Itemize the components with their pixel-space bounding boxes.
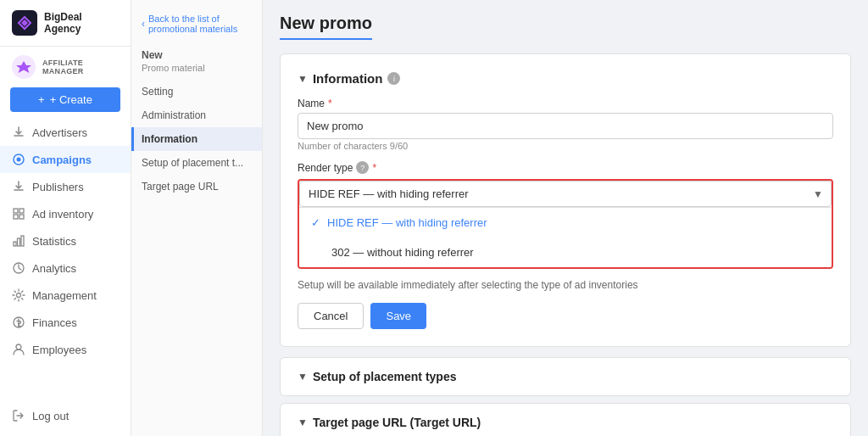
sub-nav-administration[interactable]: Administration	[131, 103, 262, 127]
bar-chart-icon	[12, 234, 25, 248]
render-type-label: Render type ? *	[298, 161, 833, 174]
dropdown-option-302[interactable]: 302 — without hiding referrer	[299, 238, 832, 267]
analytics-icon	[12, 261, 25, 275]
render-type-group: Render type ? * HIDE REF — with hiding r…	[298, 161, 833, 291]
logout-icon	[12, 409, 25, 422]
main-content: New promo ▼ Information i Name * Number …	[263, 0, 868, 436]
nav-label-advertisers: Advertisers	[32, 126, 87, 139]
cancel-button[interactable]: Cancel	[298, 303, 364, 329]
sidebar-item-finances[interactable]: Finances	[0, 309, 131, 336]
grid-icon	[12, 207, 25, 221]
affiliate-label: AFFILIATE MANAGER	[42, 59, 119, 75]
check-icon: ✓	[311, 216, 320, 229]
button-row: Cancel Save	[298, 303, 833, 329]
logout-label: Log out	[32, 410, 69, 422]
nav-label-ad-inventory: Ad inventory	[32, 208, 93, 221]
target-collapse-icon: ▼	[298, 416, 308, 428]
svg-rect-5	[19, 209, 24, 213]
sub-nav-setup-placement[interactable]: Setup of placement t...	[131, 151, 262, 175]
name-field-group: Name * Number of characters 9/60	[298, 98, 833, 151]
select-wrapper: HIDE REF — with hiding referrer 302 — wi…	[299, 181, 832, 207]
affiliate-icon	[12, 55, 36, 79]
svg-rect-9	[18, 238, 20, 246]
logo-name-line1: BigDeal	[44, 11, 82, 23]
logo-icon	[12, 10, 37, 36]
sidebar-item-statistics[interactable]: Statistics	[0, 227, 131, 254]
settings-icon	[12, 288, 25, 302]
sidebar-item-campaigns[interactable]: Campaigns	[0, 146, 131, 173]
sidebar-item-analytics[interactable]: Analytics	[0, 254, 131, 282]
svg-point-12	[17, 293, 21, 298]
breadcrumb-back[interactable]: ‹ Back to the list of promotional materi…	[131, 8, 262, 39]
name-label: Name *	[298, 98, 833, 109]
nav-label-statistics: Statistics	[32, 235, 76, 248]
render-type-helper: Setup will be available immediately afte…	[298, 279, 833, 291]
option-label-hide-ref: HIDE REF — with hiding referrer	[327, 216, 487, 229]
sub-nav-information[interactable]: Information	[131, 127, 262, 151]
sidebar-item-publishers[interactable]: Publishers	[0, 173, 131, 200]
breadcrumb-text: Back to the list of promotional material…	[148, 14, 252, 34]
render-type-select[interactable]: HIDE REF — with hiding referrer 302 — wi…	[299, 181, 832, 207]
placement-section-title: Setup of placement types	[313, 370, 457, 383]
nav-label-management: Management	[32, 289, 97, 302]
svg-rect-6	[14, 215, 18, 219]
nav-label-employees: Employees	[32, 344, 86, 356]
svg-rect-7	[19, 215, 24, 219]
nav-label-campaigns: Campaigns	[32, 154, 92, 166]
person-icon	[12, 343, 25, 356]
name-required: *	[328, 98, 332, 109]
page-title: New promo	[280, 14, 372, 40]
placement-collapse-icon: ▼	[298, 371, 308, 383]
dollar-icon	[12, 316, 25, 329]
char-count: Number of characters 9/60	[298, 141, 833, 151]
svg-rect-8	[14, 242, 16, 246]
collapse-icon: ▼	[298, 73, 308, 85]
render-type-help-icon[interactable]: ?	[356, 161, 369, 174]
nav-label-publishers: Publishers	[32, 181, 84, 193]
download-icon	[12, 126, 25, 139]
nav-label-finances: Finances	[32, 316, 77, 329]
save-button[interactable]: Save	[370, 303, 426, 329]
nav-label-analytics: Analytics	[32, 262, 76, 275]
secondary-section-sublabel: Promo material	[131, 63, 262, 80]
sidebar-item-employees[interactable]: Employees	[0, 336, 131, 363]
sidebar-item-ad-inventory[interactable]: Ad inventory	[0, 200, 131, 227]
secondary-panel: ‹ Back to the list of promotional materi…	[131, 0, 263, 436]
render-type-required: *	[372, 162, 376, 174]
create-button[interactable]: + + Create	[10, 87, 120, 112]
sub-nav-setting[interactable]: Setting	[131, 80, 262, 103]
dropdown-option-hide-ref[interactable]: ✓ HIDE REF — with hiding referrer	[299, 208, 832, 238]
placement-section[interactable]: ▼ Setup of placement types	[280, 357, 851, 396]
target-section-title: Target page URL (Target URL)	[313, 416, 481, 429]
campaigns-icon	[12, 153, 25, 166]
information-section-title: Information	[313, 71, 383, 86]
information-section-header[interactable]: ▼ Information i	[298, 71, 833, 86]
information-card: ▼ Information i Name * Number of charact…	[280, 53, 851, 347]
create-label: + Create	[50, 93, 92, 106]
logo-area: BigDeal Agency	[0, 0, 131, 47]
svg-point-14	[16, 344, 21, 349]
sidebar-item-advertisers[interactable]: Advertisers	[0, 119, 131, 146]
svg-rect-4	[14, 209, 18, 213]
sidebar: BigDeal Agency AFFILIATE MANAGER + + Cre…	[0, 0, 131, 436]
info-icon[interactable]: i	[387, 72, 400, 85]
back-arrow-icon: ‹	[142, 18, 145, 30]
dropdown-options: ✓ HIDE REF — with hiding referrer 302 — …	[299, 207, 832, 267]
secondary-section-label: New	[131, 39, 262, 63]
logout-item[interactable]: Log out	[0, 402, 131, 436]
render-type-dropdown-container: HIDE REF — with hiding referrer 302 — wi…	[298, 179, 833, 269]
svg-point-3	[17, 158, 21, 162]
create-plus-icon: +	[38, 93, 45, 106]
option-label-302: 302 — without hiding referrer	[331, 246, 474, 259]
publishers-icon	[12, 180, 25, 193]
target-url-section[interactable]: ▼ Target page URL (Target URL)	[280, 403, 851, 436]
svg-rect-10	[21, 236, 24, 246]
sidebar-item-management[interactable]: Management	[0, 282, 131, 309]
affiliate-section: AFFILIATE MANAGER	[0, 47, 131, 84]
logo-name-line2: Agency	[44, 23, 82, 35]
name-input[interactable]	[298, 113, 833, 139]
sub-nav-target-page-url[interactable]: Target page URL	[131, 175, 262, 198]
